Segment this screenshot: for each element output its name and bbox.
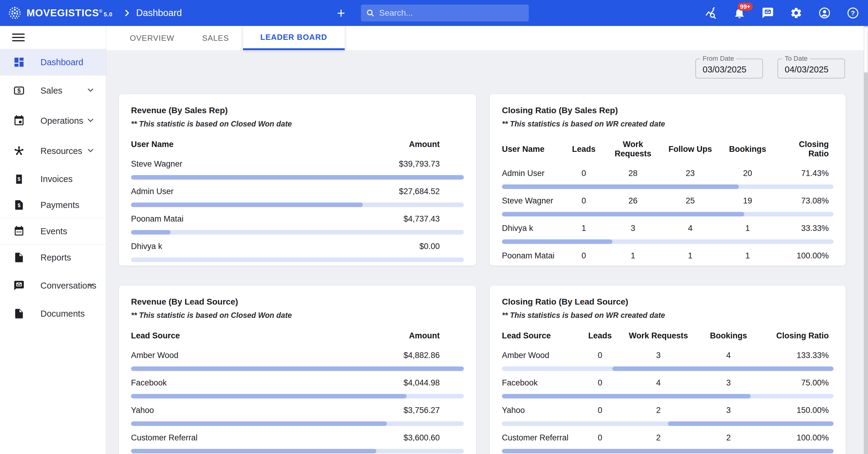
column-header: Leads: [577, 331, 623, 340]
row-values: Admin User028232071.43%: [502, 168, 834, 178]
progress-bar: [502, 449, 834, 453]
sidebar-item-documents[interactable]: Documents: [0, 301, 106, 327]
chevron-down-icon: [86, 85, 95, 96]
cell: Yahoo: [131, 406, 337, 415]
conversations-icon: [13, 279, 25, 292]
progress-bar: [131, 175, 464, 180]
chat-icon[interactable]: [761, 6, 774, 20]
cell: 23: [661, 169, 719, 178]
cell: 0: [577, 433, 623, 443]
sidebar-item-events[interactable]: Events: [0, 218, 106, 244]
progress-bar: [502, 184, 834, 189]
progress-bar: [131, 421, 464, 426]
app-screen: MOVEGISTICS®5.0 Dashboard + 99+: [0, 0, 868, 454]
cell: Customer Referral: [502, 433, 577, 443]
cell: $39,793.73: [337, 159, 464, 169]
add-button[interactable]: +: [332, 0, 350, 26]
cell: Customer Referral: [131, 433, 337, 443]
app-logo[interactable]: MOVEGISTICS®5.0: [7, 5, 113, 21]
from-date-field[interactable]: From Date 03/03/2025: [695, 59, 763, 79]
search-icon: [366, 8, 375, 18]
sidebar-item-operations[interactable]: Operations: [0, 105, 106, 136]
settings-gear-icon[interactable]: [789, 6, 803, 20]
topbar-icons: 99+ ?: [705, 0, 860, 26]
tab-leader-board[interactable]: LEADER BOARD: [243, 26, 345, 50]
logo-sphere-icon: [7, 5, 23, 21]
progress-bar: [502, 212, 834, 216]
sidebar-item-invoices[interactable]: $ Invoices: [0, 166, 106, 192]
search-input[interactable]: [379, 8, 518, 18]
cell: 1: [719, 251, 776, 261]
table-header: Lead SourceLeadsWork RequestsBookingsClo…: [502, 331, 834, 340]
row-values: Amber Wood034133.33%: [502, 350, 834, 360]
card-closing-ratio-by-lead-source: Closing Ratio (By Lead Source) ** This s…: [490, 285, 846, 454]
table-body: Steve Wagner$39,793.73Admin User$27,684.…: [131, 159, 464, 262]
table-row: Steve Wagner$39,793.73: [131, 159, 464, 180]
search-bar[interactable]: [361, 4, 529, 22]
tab-sales[interactable]: SALES: [188, 26, 243, 50]
scrollbar-thumb[interactable]: [864, 27, 868, 72]
progress-bar: [131, 258, 464, 262]
chevron-down-icon: [86, 146, 95, 156]
from-date-label: From Date: [700, 55, 736, 62]
cell: 4: [623, 378, 693, 388]
table-row: Yahoo$3,756.27: [131, 405, 464, 426]
cell: 20: [719, 169, 776, 178]
account-icon[interactable]: [818, 6, 831, 20]
menu-toggle-button[interactable]: [0, 26, 106, 49]
table-header: Lead SourceAmount: [131, 331, 464, 340]
sidebar-item-label: Sales: [40, 86, 62, 96]
chevron-down-icon: [86, 280, 95, 291]
to-date-field[interactable]: To Date 04/03/2025: [777, 59, 845, 79]
help-icon[interactable]: ?: [846, 6, 860, 20]
sidebar-item-conversations[interactable]: Conversations: [0, 270, 106, 301]
cell: 0: [563, 251, 604, 261]
column-header: Leads: [563, 145, 604, 154]
table-row: Facebook04375.00%: [502, 377, 834, 398]
table-row: Steve Wagner026251973.08%: [502, 195, 834, 216]
registered-mark: ®: [99, 9, 102, 13]
sidebar-item-resources[interactable]: Resources: [0, 136, 106, 166]
table-body: Admin User028232071.43%Steve Wagner02625…: [502, 168, 834, 266]
cell: $4,737.43: [337, 214, 464, 224]
progress-bar: [131, 366, 464, 371]
to-date-label: To Date: [782, 55, 810, 62]
sidebar-item-sales[interactable]: $ Sales: [0, 75, 106, 105]
sidebar: Dashboard $ Sales Operations Resources: [0, 26, 106, 454]
card-closing-ratio-by-sales-rep: Closing Ratio (By Sales Rep) ** This sta…: [490, 94, 846, 266]
tab-overview[interactable]: OVERVIEW: [116, 26, 188, 50]
cell: 33.33%: [776, 224, 834, 233]
cell: $27,684.52: [337, 187, 464, 196]
sidebar-item-dashboard[interactable]: Dashboard: [0, 49, 106, 75]
cell: 73.08%: [776, 196, 834, 206]
table-row: Dhivya k134133.33%: [502, 223, 834, 244]
analytics-search-icon[interactable]: [705, 6, 718, 20]
cell: 3: [693, 378, 764, 388]
column-header: User Name: [131, 140, 337, 149]
sidebar-item-payments[interactable]: $ Payments: [0, 192, 106, 218]
row-values: Yahoo023150.00%: [502, 405, 834, 415]
from-date-value: 03/03/2025: [703, 65, 746, 74]
cell: $0.00: [337, 242, 464, 251]
cell: 28: [604, 169, 661, 178]
cell: $4,882.86: [337, 351, 464, 360]
cell: 1: [661, 251, 719, 261]
cell: Steve Wagner: [502, 196, 563, 206]
column-header: Amount: [337, 331, 464, 340]
cell: 4: [661, 224, 719, 233]
cell: 19: [719, 196, 776, 206]
row-values: Facebook$4,044.98: [131, 377, 464, 388]
table-body: Amber Wood$4,882.86Facebook$4,044.98Yaho…: [131, 350, 464, 453]
cell: 2: [693, 433, 764, 443]
column-header: Lead Source: [131, 331, 337, 340]
table-body: Amber Wood034133.33%Facebook04375.00%Yah…: [502, 350, 834, 453]
breadcrumb: Dashboard: [136, 7, 182, 19]
row-values: Steve Wagner$39,793.73: [131, 159, 464, 169]
app-version: 5.0: [104, 11, 113, 18]
sidebar-item-label: Events: [40, 226, 67, 236]
notifications-bell-icon[interactable]: 99+: [733, 6, 746, 20]
column-header: Follow Ups: [661, 145, 719, 154]
table-row: Yahoo023150.00%: [502, 405, 834, 426]
sidebar-item-reports[interactable]: Reports: [0, 244, 106, 270]
cell: 0: [577, 351, 623, 360]
